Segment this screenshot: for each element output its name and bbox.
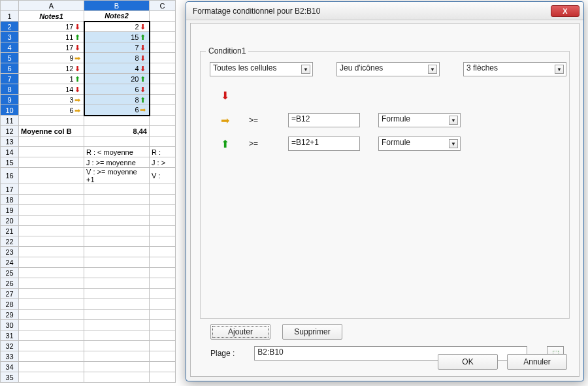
cell[interactable] (150, 205, 176, 216)
cancel-button[interactable]: Annuler (507, 354, 567, 370)
cell[interactable] (19, 351, 84, 362)
cell[interactable] (150, 257, 176, 268)
delete-button[interactable]: Supprimer (282, 324, 342, 340)
row-header[interactable]: 11 (1, 116, 19, 126)
cell[interactable]: 9 (19, 53, 84, 63)
cell[interactable] (150, 372, 176, 383)
cell[interactable] (150, 53, 176, 63)
row-header[interactable]: 30 (1, 320, 19, 330)
row-header[interactable]: 22 (1, 236, 19, 247)
cell[interactable] (150, 32, 176, 42)
row-header[interactable]: 14 (1, 147, 19, 157)
row-header[interactable]: 21 (1, 226, 19, 236)
rule-value-input[interactable]: =B12 (288, 113, 360, 127)
cell[interactable]: 20 (84, 74, 150, 84)
cell[interactable] (19, 278, 84, 289)
cell[interactable] (150, 11, 176, 22)
cell[interactable] (150, 226, 176, 236)
cell[interactable]: Notes1 (19, 11, 84, 22)
cell[interactable] (19, 247, 84, 257)
cell[interactable] (84, 372, 150, 383)
row-header[interactable]: 2 (1, 22, 19, 32)
cell[interactable] (150, 236, 176, 247)
cell[interactable] (150, 216, 176, 226)
cell[interactable] (19, 341, 84, 351)
cell[interactable]: 8,44 (84, 126, 150, 137)
col-header-A[interactable]: A (19, 1, 84, 11)
cell[interactable] (84, 341, 150, 351)
row-header[interactable]: 24 (1, 257, 19, 268)
row-header[interactable]: 33 (1, 351, 19, 362)
cell[interactable] (19, 205, 84, 216)
cell[interactable] (150, 362, 176, 372)
row-header[interactable]: 26 (1, 278, 19, 289)
cell[interactable] (150, 247, 176, 257)
cell[interactable] (19, 330, 84, 341)
cell[interactable] (150, 105, 176, 116)
cell[interactable] (150, 330, 176, 341)
cell[interactable] (19, 289, 84, 299)
cell[interactable] (150, 22, 176, 32)
cell[interactable] (19, 157, 84, 168)
row-header[interactable]: 32 (1, 341, 19, 351)
cell[interactable] (84, 278, 150, 289)
cell[interactable] (19, 147, 84, 157)
cell[interactable] (84, 310, 150, 320)
row-header[interactable]: 31 (1, 330, 19, 341)
row-header[interactable]: 25 (1, 268, 19, 278)
cell[interactable] (150, 289, 176, 299)
cell[interactable] (150, 351, 176, 362)
cell[interactable]: 11 (19, 32, 84, 42)
cell[interactable] (84, 205, 150, 216)
cell[interactable] (150, 84, 176, 95)
row-header[interactable]: 7 (1, 74, 19, 84)
cell[interactable]: 3 (19, 95, 84, 105)
cell[interactable] (150, 137, 176, 147)
cell[interactable] (150, 95, 176, 105)
rule-mode-select[interactable]: Formule ▼ (378, 113, 461, 127)
cell[interactable] (19, 268, 84, 278)
cell[interactable]: 2 (84, 22, 150, 32)
format-style-select[interactable]: Jeu d'icônes ▼ (336, 62, 440, 76)
close-button[interactable]: X (551, 5, 580, 17)
cell[interactable] (150, 184, 176, 195)
row-header[interactable]: 20 (1, 216, 19, 226)
row-header[interactable]: 19 (1, 205, 19, 216)
cell[interactable]: R : < moyenne (84, 147, 150, 157)
cell[interactable]: J : >= moyenne (84, 157, 150, 168)
cell[interactable] (19, 137, 84, 147)
cell[interactable] (19, 236, 84, 247)
cell[interactable] (150, 299, 176, 310)
row-header[interactable]: 13 (1, 137, 19, 147)
row-header[interactable]: 4 (1, 42, 19, 53)
cell[interactable] (84, 299, 150, 310)
cell[interactable]: 8 (84, 95, 150, 105)
cell[interactable]: Notes2 (84, 11, 150, 22)
row-header[interactable]: 15 (1, 157, 19, 168)
row-header[interactable]: 18 (1, 195, 19, 205)
cell[interactable] (150, 74, 176, 84)
cell[interactable]: 1 (19, 74, 84, 84)
spreadsheet-grid[interactable]: A B C 1Notes1Notes2217231115417759861247… (0, 0, 176, 383)
iconset-select[interactable]: 3 flèches ▼ (463, 62, 566, 76)
row-header[interactable]: 5 (1, 53, 19, 63)
corner-cell[interactable] (1, 1, 19, 11)
cell[interactable] (84, 226, 150, 236)
cell[interactable]: 17 (19, 22, 84, 32)
row-header[interactable]: 8 (1, 84, 19, 95)
cell[interactable] (84, 320, 150, 330)
cell[interactable]: J : > (150, 157, 176, 168)
cell[interactable]: 8 (84, 53, 150, 63)
cell[interactable] (84, 195, 150, 205)
cell[interactable]: 6 (84, 105, 150, 116)
row-header[interactable]: 9 (1, 95, 19, 105)
cell[interactable]: 14 (19, 84, 84, 95)
cell[interactable] (19, 216, 84, 226)
rule-mode-select[interactable]: Formule ▼ (378, 137, 461, 151)
cell[interactable] (19, 226, 84, 236)
cell[interactable]: 6 (19, 105, 84, 116)
row-header[interactable]: 28 (1, 299, 19, 310)
cell[interactable] (84, 351, 150, 362)
cell[interactable]: 6 (84, 84, 150, 95)
cell[interactable]: R : (150, 147, 176, 157)
